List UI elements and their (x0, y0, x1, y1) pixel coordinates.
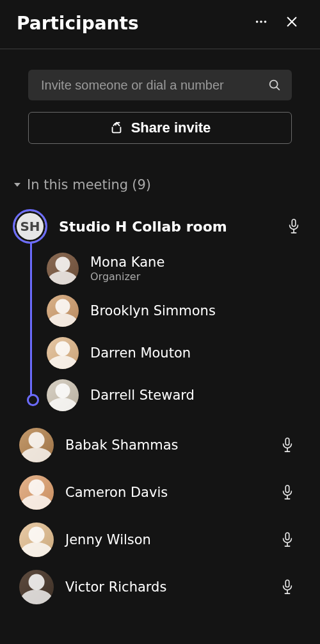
avatar (47, 379, 79, 411)
section-heading-in-meeting[interactable]: In this meeting (9) (0, 149, 320, 199)
avatar (19, 570, 54, 604)
room-member-row[interactable]: Brooklyn Simmons (30, 290, 314, 332)
member-name: Mona Kane (90, 255, 164, 270)
participant-name: Cameron Davis (65, 485, 280, 500)
share-icon (109, 121, 124, 135)
invite-input[interactable] (40, 77, 259, 93)
microphone-icon[interactable] (280, 436, 294, 454)
svg-point-2 (264, 20, 267, 23)
member-name: Brooklyn Simmons (90, 303, 216, 318)
participant-name: Babak Shammas (65, 437, 280, 453)
room-name: Studio H Collab room (59, 219, 287, 235)
room-member-row[interactable]: Darren Mouton (30, 332, 314, 374)
member-subtitle: Organizer (90, 271, 164, 283)
invite-field[interactable] (28, 70, 292, 100)
microphone-icon[interactable] (280, 483, 294, 501)
svg-rect-20 (285, 580, 289, 587)
room-members-tree: Mona Kane Organizer Brooklyn Simmons Dar… (30, 247, 314, 421)
participants-list: SH Studio H Collab room Mona Kane Organi… (0, 199, 320, 611)
avatar (19, 522, 54, 557)
search-icon (268, 78, 282, 92)
microphone-icon[interactable] (280, 578, 294, 596)
share-invite-button[interactable]: Share invite (28, 112, 292, 144)
svg-rect-11 (285, 438, 289, 445)
member-name: Darren Mouton (90, 345, 191, 361)
svg-rect-17 (285, 533, 289, 540)
room-member-row[interactable]: Mona Kane Organizer (30, 247, 314, 290)
microphone-icon[interactable] (287, 217, 301, 235)
member-name: Darrell Steward (90, 388, 195, 403)
more-options-button[interactable] (250, 12, 273, 35)
participants-panel: Participants (0, 0, 320, 644)
ellipsis-icon (254, 15, 268, 31)
participant-row[interactable]: Jenny Wilson (6, 516, 314, 563)
section-count: (9) (132, 177, 151, 192)
avatar (19, 428, 54, 462)
svg-point-0 (256, 20, 259, 23)
avatar (47, 295, 79, 327)
svg-rect-8 (292, 219, 296, 226)
panel-header: Participants (0, 0, 320, 49)
close-button[interactable] (280, 12, 303, 35)
svg-point-1 (260, 20, 262, 23)
room-avatar: SH (13, 209, 47, 244)
room-row[interactable]: SH Studio H Collab room (6, 205, 314, 247)
avatar (19, 475, 54, 510)
share-invite-label: Share invite (131, 120, 211, 136)
participant-name: Victor Richards (65, 579, 280, 595)
participant-row[interactable]: Babak Shammas (6, 421, 314, 469)
panel-title: Participants (17, 13, 242, 34)
svg-marker-7 (14, 183, 20, 187)
participant-name: Jenny Wilson (65, 532, 280, 547)
avatar (47, 253, 79, 285)
svg-rect-14 (285, 485, 289, 492)
room-avatar-initials: SH (20, 219, 40, 234)
invite-section: Share invite (0, 49, 320, 149)
participant-row[interactable]: Victor Richards (6, 563, 314, 611)
svg-line-6 (276, 87, 279, 90)
section-label: In this meeting (27, 177, 128, 192)
avatar (47, 337, 79, 369)
participant-row[interactable]: Cameron Davis (6, 469, 314, 516)
room-member-row[interactable]: Darrell Steward (30, 374, 314, 416)
close-icon (285, 15, 299, 31)
microphone-icon[interactable] (280, 531, 294, 549)
caret-down-icon (12, 181, 23, 189)
